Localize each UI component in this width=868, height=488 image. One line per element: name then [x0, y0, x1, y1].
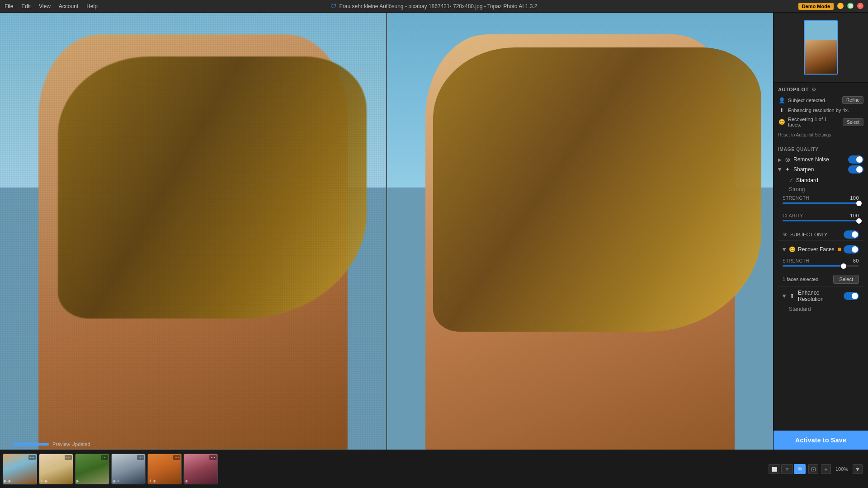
view-menu[interactable]: View — [39, 3, 51, 9]
window-title: 🛡 Frau sehr kleine Auflösung - pixabay 1… — [330, 3, 537, 9]
film-icons-5: ⬆ ◉ — [149, 479, 156, 483]
standard-label: Standard — [796, 177, 818, 183]
account-menu[interactable]: Account — [59, 3, 78, 9]
remove-noise-expand[interactable]: ▶ — [778, 157, 782, 162]
film-item-4[interactable]: ⋯ ◉ ⬆ — [111, 454, 146, 484]
enhance-resolution-toggle[interactable] — [844, 292, 859, 300]
preview-status-label: Preview Updated — [52, 441, 90, 447]
thumbnail-area — [774, 13, 868, 83]
refine-button[interactable]: Refine — [842, 96, 863, 104]
subject-only-icon: 👁 — [783, 231, 788, 238]
remove-noise-toggle[interactable] — [848, 155, 863, 164]
preview-status-bar: ▼ Preview Updated — [4, 441, 90, 447]
clarity-slider-track[interactable] — [783, 220, 859, 221]
strength-section: STRENGTH 100 — [778, 193, 863, 211]
recover-faces-expand[interactable]: ▶ — [782, 248, 787, 251]
film-menu-6[interactable]: ⋯ — [209, 455, 217, 460]
enhance-mode-label: Standard — [778, 305, 863, 313]
film-menu-2[interactable]: ⋯ — [65, 455, 72, 460]
enhance-icon: ⬆ — [778, 107, 785, 114]
subject-only-row: 👁 SUBJECT ONLY — [778, 229, 863, 241]
recover-faces-label: Recover Faces — [798, 246, 835, 253]
film-item-5[interactable]: ⋯ ⬆ ◉ — [147, 454, 182, 484]
film-item-3[interactable]: ⋯ ▶ — [75, 454, 109, 484]
film-menu-5[interactable]: ⋯ — [173, 455, 180, 460]
reset-autopilot-button[interactable]: Reset to Autopilot Settings — [778, 131, 831, 139]
sharpen-label: Sharpen — [793, 166, 846, 173]
right-sidebar: AUTOPILOT ⚙ 👤 Subject detected. Refine ⬆… — [773, 13, 868, 450]
enhance-res-icon: ⬆ — [788, 292, 796, 300]
bottom-bar: ▼ Preview Updated ⋯ ▶ ◉ ⋯ ⬆ ◉ ⋯ ▶ — [0, 450, 868, 488]
film-icons-3: ▶ — [76, 479, 79, 483]
edit-menu[interactable]: Edit — [21, 3, 31, 9]
recover-faces-icon: 😊 — [788, 246, 796, 253]
film-item-2[interactable]: ⋯ ⬆ ◉ — [39, 454, 73, 484]
clarity-value: 100 — [850, 213, 859, 218]
split-view-button[interactable]: ⧈ — [781, 464, 793, 474]
zoom-level: 100% — [834, 466, 850, 472]
recovering-row: 😊 Recovering 1 of 1 faces. Select — [778, 117, 863, 127]
single-view-button[interactable]: ⬜ — [769, 464, 780, 474]
autopilot-gear-icon[interactable]: ⚙ — [811, 86, 816, 93]
strength-slider-thumb[interactable] — [856, 201, 862, 206]
expand-icon[interactable]: ▼ — [4, 441, 9, 447]
film-menu-1[interactable]: ⋯ — [28, 455, 36, 460]
faces-select-button[interactable]: Select — [833, 275, 859, 284]
after-image — [387, 13, 773, 450]
before-panel — [0, 13, 387, 450]
film-icons-4: ◉ ⬆ — [113, 479, 120, 483]
rf-strength-slider-fill — [783, 265, 844, 267]
rf-strength-value: 80 — [853, 258, 859, 263]
strong-option[interactable]: Strong — [778, 185, 863, 193]
subject-detected-label: Subject detected. — [788, 98, 826, 103]
film-icons-2: ⬆ ◉ — [40, 479, 47, 483]
autopilot-select-button[interactable]: Select — [843, 118, 863, 126]
film-menu-3[interactable]: ⋯ — [101, 455, 108, 460]
strength-slider-fill — [783, 202, 859, 204]
subject-only-toggle[interactable] — [844, 230, 859, 239]
film-menu-4[interactable]: ⋯ — [137, 455, 144, 460]
recover-faces-row: ▶ 😊 Recover Faces — [778, 243, 863, 256]
menu-bar: File Edit View Account Help 🛡 Frau sehr … — [0, 0, 868, 13]
sharpen-toggle[interactable] — [848, 165, 863, 174]
file-menu[interactable]: File — [5, 3, 13, 9]
autopilot-title: AUTOPILOT — [778, 87, 809, 92]
after-panel: ↖ — [387, 13, 773, 450]
zoom-fit-button[interactable]: ⊡ — [808, 464, 818, 474]
noise-icon: ◎ — [784, 156, 791, 163]
strength-slider-track[interactable] — [783, 202, 859, 204]
sharpen-expand[interactable]: ▶ — [778, 168, 783, 171]
before-image — [0, 13, 386, 450]
enhance-res-expand[interactable]: ▶ — [782, 294, 787, 298]
rf-strength-section: STRENGTH 80 — [778, 256, 863, 274]
view-mode-buttons: ⬜ ⧈ ⧉ — [769, 464, 806, 474]
clarity-label: CLARITY 100 — [783, 213, 859, 218]
close-button[interactable]: ✕ — [857, 3, 863, 9]
standard-option[interactable]: ✓ Standard — [778, 175, 863, 185]
minimize-button[interactable]: — — [837, 3, 844, 9]
sidebar-bottom: Activate to Save — [774, 430, 868, 450]
film-item-1[interactable]: ⋯ ▶ ◉ — [3, 454, 37, 484]
faces-count-row: 1 faces selected Select — [778, 274, 863, 286]
activate-save-button[interactable]: Activate to Save — [774, 431, 868, 450]
sharpen-row: ▶ ✦ Sharpen — [778, 165, 863, 174]
recover-faces-toggle[interactable] — [844, 245, 859, 253]
rf-strength-slider-thumb[interactable] — [841, 263, 846, 269]
autopilot-header: AUTOPILOT ⚙ — [778, 86, 863, 93]
zoom-out-button[interactable]: ▼ — [853, 464, 863, 474]
compare-view-button[interactable]: ⧉ — [794, 464, 806, 474]
preview-progress-bar — [13, 443, 49, 446]
clarity-section: CLARITY 100 — [778, 211, 863, 229]
remove-noise-row: ▶ ◎ Remove Noise — [778, 155, 863, 164]
zoom-in-button[interactable]: + — [821, 464, 831, 474]
clarity-slider-thumb[interactable] — [856, 218, 862, 224]
filmstrip: ⋯ ▶ ◉ ⋯ ⬆ ◉ ⋯ ▶ ⋯ ◉ ⬆ — [0, 450, 763, 488]
recovering-label: Recovering 1 of 1 faces. — [788, 117, 840, 127]
faces-count-label: 1 faces selected — [783, 277, 819, 282]
maximize-button[interactable]: ⬜ — [847, 3, 854, 9]
remove-noise-label: Remove Noise — [793, 156, 846, 163]
rf-strength-slider-track[interactable] — [783, 265, 859, 267]
help-menu[interactable]: Help — [86, 3, 98, 9]
film-item-6[interactable]: ⋯ ◉ — [184, 454, 218, 484]
film-icons-1: ▶ ◉ — [4, 479, 11, 483]
